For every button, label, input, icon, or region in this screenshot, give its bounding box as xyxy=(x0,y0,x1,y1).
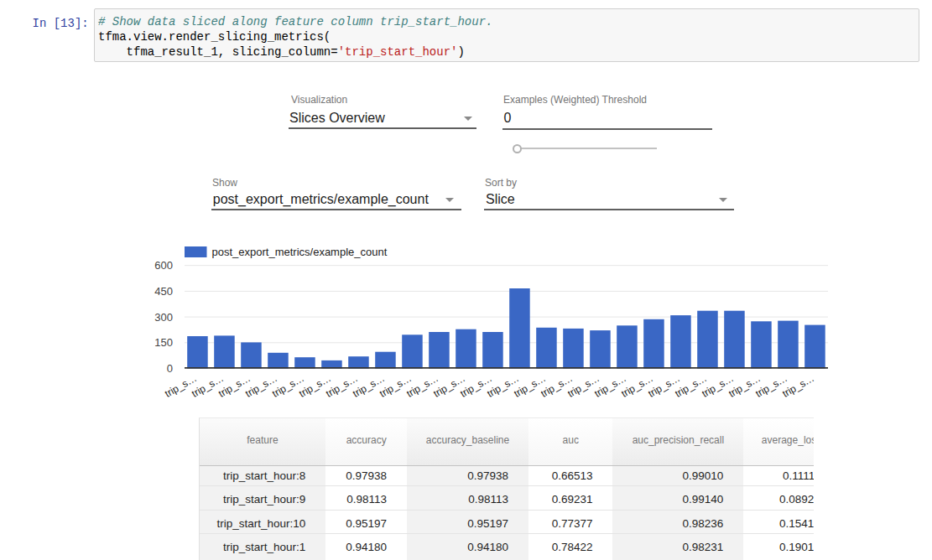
svg-text:600: 600 xyxy=(154,259,173,272)
svg-text:0: 0 xyxy=(167,362,173,375)
svg-text:300: 300 xyxy=(154,311,173,324)
svg-text:post_export_metrics/example_co: post_export_metrics/example_count xyxy=(212,246,388,258)
svg-text:150: 150 xyxy=(154,336,173,349)
svg-text:450: 450 xyxy=(154,285,173,298)
